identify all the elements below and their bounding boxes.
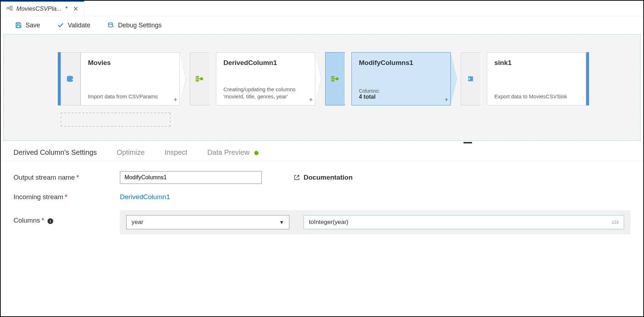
columns-label: Columns* i: [13, 210, 113, 224]
svg-rect-2: [11, 9, 12, 10]
debug-settings-button[interactable]: Debug Settings: [107, 22, 162, 29]
node-subtitle: Columns:: [359, 88, 443, 94]
node-description: Creating/updating the columns 'movieId, …: [223, 86, 308, 100]
tab-title: MoviesCSVPla...: [16, 5, 62, 12]
debug-label: Debug Settings: [118, 22, 162, 29]
info-icon[interactable]: i: [48, 218, 53, 224]
output-stream-input[interactable]: [120, 171, 262, 184]
settings-panel: Output stream name* Documentation Incomi…: [1, 161, 643, 244]
svg-rect-1: [11, 6, 12, 8]
node-title: ModifyColumns1: [359, 59, 443, 67]
node-title: Movies: [88, 59, 172, 67]
node-source-movies[interactable]: Movies Import data from CSVParams +: [61, 52, 180, 105]
toolbar: Save Validate Debug Settings: [1, 16, 643, 34]
add-transform-button[interactable]: +: [444, 96, 448, 104]
chevron-down-icon: ▼: [279, 219, 284, 225]
tab-settings[interactable]: Derived Column's Settings: [13, 148, 97, 157]
tab-dataflow[interactable]: MoviesCSVPla... * ✕: [1, 1, 84, 16]
preview-status-dot: [254, 151, 259, 155]
add-source-placeholder[interactable]: [61, 113, 171, 127]
dataflow-icon: [6, 5, 13, 13]
settings-panel-tabs: Derived Column's Settings Optimize Inspe…: [1, 145, 643, 161]
source-icon: [61, 52, 80, 105]
node-sink1[interactable]: sink1 Export data to MoviesCSVSink: [461, 52, 586, 105]
validate-button[interactable]: Validate: [57, 22, 90, 29]
close-icon[interactable]: ✕: [73, 5, 78, 13]
svg-point-5: [108, 23, 112, 24]
save-label: Save: [26, 22, 40, 29]
node-description: Import data from CSVParams: [88, 93, 172, 100]
node-modifycolumns1[interactable]: ModifyColumns1 Columns: 4 total +: [325, 52, 451, 105]
node-title: sink1: [494, 59, 579, 67]
svg-rect-4: [17, 26, 20, 28]
add-transform-button[interactable]: +: [309, 96, 313, 104]
incoming-stream-link[interactable]: DerivedColumn1: [120, 193, 170, 201]
column-expression-input[interactable]: toInteger(year) 123: [304, 215, 624, 229]
tab-optimize[interactable]: Optimize: [117, 148, 145, 157]
documentation-link[interactable]: Documentation: [294, 174, 352, 181]
column-name-dropdown[interactable]: year ▼: [126, 215, 289, 229]
incoming-stream-label: Incoming stream*: [13, 193, 113, 201]
node-title: DerivedColumn1: [223, 59, 308, 67]
type-badge: 123: [612, 220, 619, 224]
svg-rect-7: [200, 77, 203, 80]
tab-dirty-indicator: *: [65, 5, 68, 12]
svg-rect-0: [7, 7, 9, 9]
dataflow-canvas[interactable]: Movies Import data from CSVParams + Deri…: [4, 34, 640, 141]
add-transform-button[interactable]: +: [173, 96, 177, 104]
editor-tabs: MoviesCSVPla... * ✕: [1, 1, 643, 16]
panel-splitter[interactable]: [1, 141, 643, 145]
derived-column-icon: [325, 52, 345, 105]
columns-editor: year ▼ toInteger(year) 123: [120, 210, 631, 234]
output-stream-label: Output stream name*: [13, 174, 113, 181]
tab-data-preview[interactable]: Data Preview: [207, 148, 259, 157]
validate-label: Validate: [68, 22, 90, 29]
save-button[interactable]: Save: [15, 22, 40, 29]
tab-inspect[interactable]: Inspect: [165, 148, 187, 157]
derived-column-icon: [190, 52, 210, 105]
sink-icon: [461, 52, 481, 105]
node-value: 4 total: [359, 94, 443, 100]
svg-rect-8: [336, 77, 338, 80]
svg-rect-3: [17, 23, 20, 24]
node-derivedcolumn1[interactable]: DerivedColumn1 Creating/updating the col…: [190, 52, 315, 105]
node-description: Export data to MoviesCSVSink: [494, 93, 579, 100]
